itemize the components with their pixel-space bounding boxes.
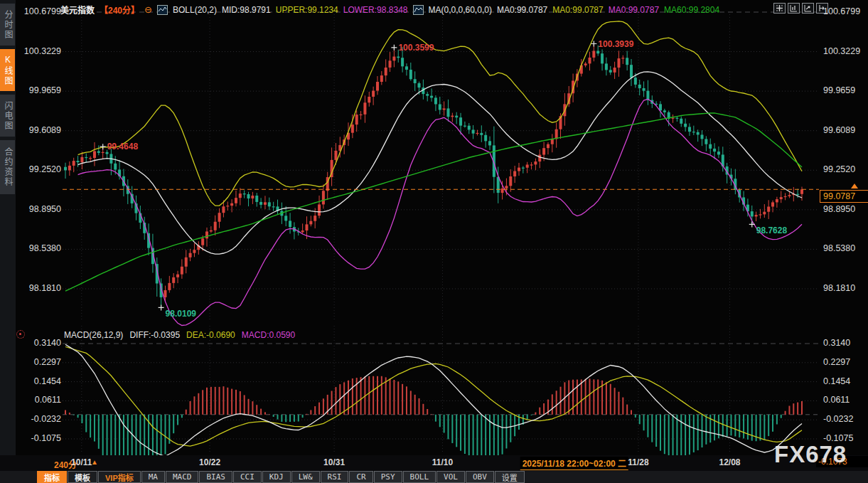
axis-label: 0.2297 [16, 357, 61, 367]
macd-diff-value: DIFF:-0.0395 [129, 330, 180, 340]
toolbar-button-MACD[interactable]: MACD [166, 471, 199, 483]
toolbar-button-LW&[interactable]: LW& [291, 471, 320, 483]
toolbar-button-CR[interactable]: CR [349, 471, 373, 483]
boll-upper-value: UPPER:99.1234 [276, 5, 338, 15]
macd-pane-header: MACD(26,12,9) DIFF:-0.0395 DEA:-0.0690 M… [64, 330, 295, 340]
toolbar-button-OBV[interactable]: OBV [466, 471, 494, 483]
axis-label: -0.0232 [16, 414, 61, 424]
toolbar-spacer [0, 471, 37, 483]
ma0-white-value: MA0:99.0787 [497, 5, 547, 15]
sidebar-tab-分时图[interactable]: 分时图 [0, 4, 15, 46]
axis-label: 0.1454 [823, 376, 867, 386]
sidebar-tab-合约资料[interactable]: 合约资料 [0, 140, 15, 194]
toolbar-button-VIP指标[interactable]: VIP指标 [98, 471, 141, 483]
price-extreme-annotation: 100.3599 [398, 43, 434, 53]
axis-label: 100.3229 [16, 46, 61, 56]
axis-label: 99.6089 [16, 125, 61, 135]
toolbar-button-MA[interactable]: MA [141, 471, 165, 483]
date-axis: 240分 ▲ 2025/11/18 22:00~02:00 二 10/1110/… [0, 455, 868, 471]
toolbar-button-KDJ[interactable]: KDJ [262, 471, 291, 483]
ma0-yellow-value: MA0:99.0787 [552, 5, 603, 15]
pan-tool-icon[interactable] [773, 3, 786, 14]
boll-lower-value: LOWER:98.8348 [343, 5, 408, 15]
boll-lines-layer [65, 21, 802, 326]
symbol-title: 美元指数 [60, 4, 95, 16]
price-extreme-annotation: 98.0109 [166, 309, 196, 319]
axis-grid-icon[interactable] [788, 3, 800, 14]
dea-line [65, 347, 802, 447]
date-tick-label: 12/08 [719, 457, 740, 467]
axis-label: 98.8950 [823, 204, 867, 214]
axis-label: 100.6799 [823, 6, 867, 16]
toolbar-button-PSY[interactable]: PSY [374, 471, 402, 483]
left-tab-bar: 分时图K线图闪电图合约资料 [0, 0, 16, 483]
macd-name: MACD(26,12,9) [64, 330, 123, 340]
macd-dea-value: DEA:-0.0690 [186, 330, 235, 340]
indicator-toolbar: 指标模板VIP指标MAMACDBIASCCIKDJLW&RSICRPSYBOLL… [0, 471, 868, 483]
price-extreme-annotation: 99.4648 [107, 142, 138, 152]
boll-mid-value: MID:98.9791 [222, 5, 271, 15]
toolbar-button-RSI[interactable]: RSI [321, 471, 349, 483]
price-extreme-annotation: 100.3939 [598, 39, 633, 49]
last-price-badge: 99.0787 [820, 190, 868, 203]
date-tick-label: 11/28 [628, 457, 648, 467]
period-label: 【240分】 [100, 4, 139, 16]
axis-label: 99.2520 [823, 164, 867, 174]
ma-indicator-icon[interactable] [413, 5, 424, 15]
ma60-green-value: MA60:99.2804 [664, 5, 719, 15]
axis-label: 0.3140 [823, 338, 867, 348]
price-badge-arrow-icon [851, 184, 858, 189]
axis-label: 98.1810 [16, 283, 61, 293]
toolbar-button-BIAS[interactable]: BIAS [199, 471, 232, 483]
date-tick-label: 11/10 [432, 457, 453, 467]
axis-label: 100.3229 [823, 46, 867, 56]
axis-label: 99.9659 [823, 85, 867, 95]
candles-layer [64, 44, 803, 308]
toolbar-button-BOLL[interactable]: BOLL [403, 471, 436, 483]
gridlines-layer [63, 12, 819, 454]
axis-label: 99.6089 [823, 125, 867, 135]
axis-label: 0.3140 [16, 338, 61, 348]
boll-indicator-icon[interactable] [157, 5, 168, 15]
crosshair-date-tooltip: 2025/11/18 22:00~02:00 二 [520, 457, 628, 470]
price-pane-header: 美元指数 【240分】 ⊖ BOLL(20,2) MID:98.9791 UPP… [60, 4, 719, 16]
axis-label: 0.1454 [16, 376, 61, 386]
date-tick-label: 10/31 [323, 457, 345, 467]
axis-label: 98.5380 [823, 243, 867, 253]
collapse-indicator-icon[interactable]: ⊖ [144, 6, 152, 14]
ma0-magenta-value: MA0:99.0787 [609, 5, 659, 15]
corner-toolbar [773, 3, 828, 14]
toolbar-button-CCI[interactable]: CCI [233, 471, 262, 483]
ma-name: MA(0,0,0,60,0,0) [429, 5, 492, 15]
sidebar-tab-K线图[interactable]: K线图 [0, 49, 15, 91]
axis-forward-icon[interactable] [802, 3, 814, 14]
sidebar-tab-闪电图[interactable]: 闪电图 [0, 95, 15, 137]
axis-label: 98.1810 [823, 283, 867, 293]
date-tick-label: 10/11 [71, 457, 92, 467]
toolbar-button-VOL[interactable]: VOL [436, 471, 465, 483]
price-extreme-annotation: 98.7628 [756, 225, 787, 235]
ma60-line [65, 113, 802, 291]
macd-crosshair-value-badge: -0.1073 [816, 456, 868, 467]
macd-macd-value: MACD:0.0590 [242, 330, 295, 340]
toolbar-button-指标[interactable]: 指标 [37, 471, 67, 483]
boll-name: BOLL(20,2) [173, 5, 217, 15]
axis-label: 99.9659 [16, 85, 61, 95]
axis-label: 98.8950 [16, 204, 61, 214]
boll-lower-line [78, 99, 802, 325]
chart-application-window: 分时图K线图闪电图合约资料 美元指数 【240分】 ⊖ BOLL(20,2) M… [0, 0, 868, 483]
toolbar-button-模板[interactable]: 模板 [68, 471, 97, 483]
diff-line [65, 344, 802, 456]
axis-label: -0.1075 [16, 433, 61, 443]
axis-label: -0.1075 [823, 433, 867, 443]
axis-label: 99.2520 [16, 164, 61, 174]
date-tick-label: 10/22 [199, 457, 220, 467]
price-chart-canvas[interactable] [0, 0, 868, 483]
axis-label: -0.0232 [823, 414, 867, 424]
axis-period-arrow-icon: ▲ [91, 458, 98, 466]
axis-label: 0.0611 [16, 395, 61, 405]
axis-label: 100.6799 [16, 6, 61, 16]
toolbar-button-设置[interactable]: 设置 [495, 471, 525, 483]
axis-label: 0.0611 [823, 395, 867, 405]
axis-label: 98.5380 [16, 243, 61, 253]
